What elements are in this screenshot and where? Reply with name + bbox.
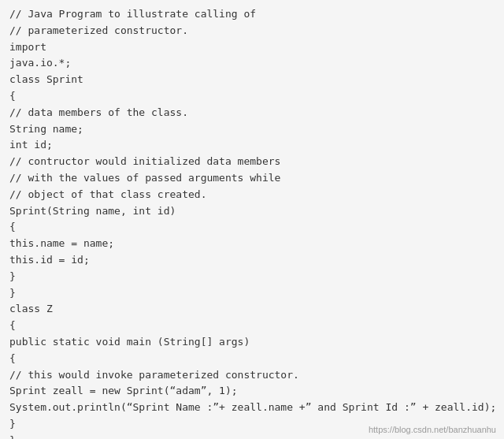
code-container: // Java Program to illustrate calling of… <box>0 0 504 439</box>
code-block: // Java Program to illustrate calling of… <box>9 6 495 439</box>
watermark: https://blog.csdn.net/banzhuanhu <box>369 425 496 434</box>
